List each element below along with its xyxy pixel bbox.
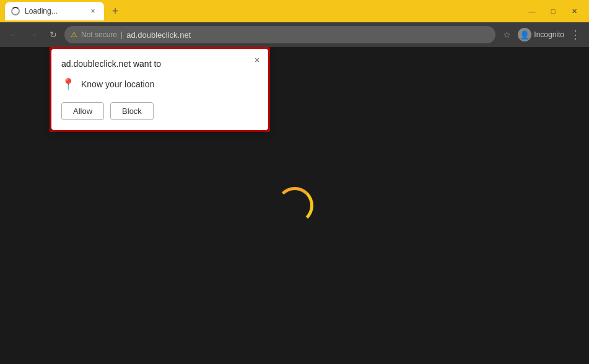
forward-button[interactable]: →: [25, 26, 42, 43]
bookmark-button[interactable]: ☆: [498, 26, 515, 43]
menu-button[interactable]: ⋮: [567, 26, 584, 43]
security-label: Not secure: [81, 30, 117, 39]
tab-close-button[interactable]: ×: [88, 6, 98, 16]
nav-actions: ☆ 👤 Incognito ⋮: [498, 26, 584, 43]
permission-popup-wrapper: × ad.doubleclick.net want to 📍 Know your…: [50, 47, 270, 132]
address-bar[interactable]: ⚠ Not secure | ad.doubleclick.net: [64, 26, 495, 43]
maximize-button[interactable]: □: [543, 2, 563, 20]
loading-spinner: [276, 187, 313, 224]
popup-actions: Allow Block: [61, 102, 258, 120]
window-controls: — □ ✕: [522, 2, 584, 20]
permission-label: Know your location: [81, 79, 154, 89]
tab-favicon: [11, 7, 20, 15]
popup-permission: 📍 Know your location: [61, 77, 258, 91]
nav-bar: ← → ↻ ⚠ Not secure | ad.doubleclick.net …: [0, 22, 589, 47]
incognito-icon: 👤: [518, 28, 531, 41]
security-warning-icon: ⚠: [71, 30, 77, 39]
new-tab-button[interactable]: +: [107, 2, 124, 20]
location-icon: 📍: [61, 77, 75, 91]
browser-tab[interactable]: Loading... ×: [5, 2, 104, 20]
refresh-button[interactable]: ↻: [45, 26, 62, 43]
back-button[interactable]: ←: [5, 26, 22, 43]
popup-close-button[interactable]: ×: [251, 54, 263, 66]
incognito-badge: 👤 Incognito: [518, 28, 564, 41]
incognito-label: Incognito: [534, 30, 564, 39]
block-button[interactable]: Block: [110, 102, 154, 120]
address-separator: |: [121, 30, 123, 39]
tab-title: Loading...: [25, 7, 83, 15]
allow-button[interactable]: Allow: [61, 102, 104, 120]
page-content: × ad.doubleclick.net want to 📍 Know your…: [0, 47, 589, 364]
popup-title: ad.doubleclick.net want to: [61, 59, 258, 69]
address-url: ad.doubleclick.net: [126, 30, 191, 40]
spinner-arc: [276, 187, 313, 224]
permission-popup: × ad.doubleclick.net want to 📍 Know your…: [51, 49, 268, 130]
title-bar: Loading... × + — □ ✕: [0, 0, 589, 22]
close-window-button[interactable]: ✕: [564, 2, 584, 20]
chrome-window: Loading... × + — □ ✕ ← → ↻ ⚠ Not secure …: [0, 0, 589, 364]
minimize-button[interactable]: —: [522, 2, 542, 20]
